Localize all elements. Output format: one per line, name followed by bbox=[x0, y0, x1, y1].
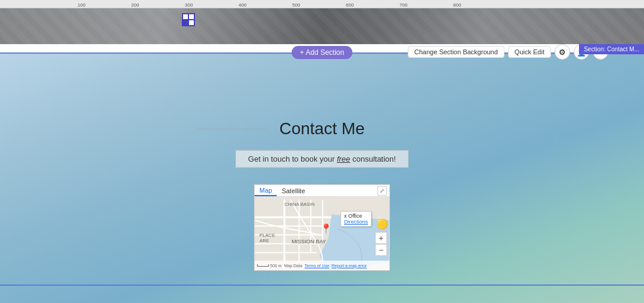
add-section-button[interactable]: + Add Section bbox=[292, 46, 352, 59]
map-popup: x Office Directions bbox=[340, 211, 371, 227]
contact-subtitle: Get in touch to book your free consultat… bbox=[236, 150, 408, 168]
subtitle-after: consultation! bbox=[350, 154, 396, 163]
ruler-mark: 500 bbox=[292, 2, 300, 8]
report-map-error-link[interactable]: Report a map error bbox=[332, 264, 367, 268]
section-border-bottom bbox=[0, 285, 644, 286]
settings-icon-button[interactable]: ⚙ bbox=[555, 44, 570, 60]
change-background-button[interactable]: Change Section Background bbox=[408, 46, 504, 58]
contact-heading: Contact Me bbox=[267, 119, 376, 138]
map-label-mission-bay: MISSION BAY bbox=[292, 239, 326, 245]
terms-of-use-link[interactable]: Terms of Use bbox=[305, 264, 329, 268]
ruler-mark: 200 bbox=[131, 2, 139, 8]
zoom-out-button[interactable]: − bbox=[375, 244, 387, 256]
map-expand-button[interactable]: ⤢ bbox=[377, 186, 387, 196]
scale-line bbox=[257, 264, 269, 267]
map-zoom-controls: + − bbox=[375, 232, 387, 256]
popup-directions-link[interactable]: Directions bbox=[344, 219, 368, 225]
scale-bar: 500 m bbox=[257, 264, 281, 268]
settings-icon: ⚙ bbox=[559, 48, 566, 57]
logo-mark bbox=[182, 13, 195, 26]
map-label-china-basin: CHINA BASIN bbox=[284, 202, 315, 207]
toolbar-right: Change Section Background Quick Edit ⚙ 👤… bbox=[408, 44, 608, 60]
map-container[interactable]: Map Satellite ⤢ CHINA BASIN PLACE ARE MI… bbox=[254, 184, 390, 271]
map-data-label: Map Data bbox=[284, 264, 302, 268]
map-toolbar: Map Satellite ⤢ bbox=[255, 185, 389, 197]
main-section: Contact Me Get in touch to book your fre… bbox=[0, 54, 644, 303]
subtitle-before: Get in touch to book your bbox=[248, 154, 337, 163]
ruler-mark: 700 bbox=[400, 2, 407, 8]
heading-right-line bbox=[377, 129, 447, 129]
quick-edit-button[interactable]: Quick Edit bbox=[508, 46, 551, 58]
ruler-mark: 300 bbox=[185, 2, 193, 8]
streetview-icon[interactable]: 🟡 bbox=[376, 218, 387, 231]
map-label-place-are: PLACE ARE bbox=[259, 233, 275, 243]
ruler-mark: 600 bbox=[346, 2, 354, 8]
heading-left-line bbox=[197, 129, 267, 129]
popup-office-text: x Office bbox=[344, 213, 362, 219]
map-footer: 500 m Map Data Terms of Use Report a map… bbox=[255, 261, 389, 270]
map-tab-satellite[interactable]: Satellite bbox=[277, 186, 309, 196]
scale-label: 500 m bbox=[270, 264, 281, 268]
contact-heading-wrapper: Contact Me bbox=[197, 119, 447, 138]
top-image-band bbox=[0, 8, 644, 44]
subtitle-italic: free bbox=[337, 154, 350, 163]
map-tab-map[interactable]: Map bbox=[255, 185, 277, 196]
zoom-in-button[interactable]: + bbox=[375, 232, 387, 244]
ruler-mark: 100 bbox=[78, 2, 85, 8]
map-marker: 📍 bbox=[320, 223, 332, 234]
ruler-top: 100 200 300 400 500 600 700 800 bbox=[0, 0, 644, 8]
ruler-mark: 800 bbox=[453, 2, 461, 8]
ruler-mark: 400 bbox=[239, 2, 246, 8]
section-label: Section: Contact M... bbox=[579, 44, 644, 54]
